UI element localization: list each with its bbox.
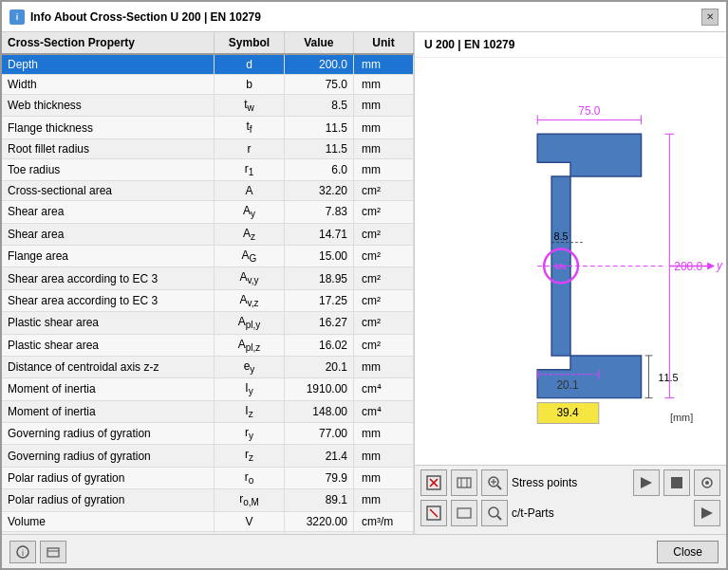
height-label: 200.0 [674,260,702,273]
cell-unit-1: mm [354,75,414,95]
cell-property-0: Depth [2,54,215,75]
svg-rect-25 [671,477,682,488]
cell-property-20: Polar radius of gyration [2,489,215,511]
stress-action1-btn[interactable] [633,469,660,496]
cell-symbol-5: r1 [215,158,284,180]
table-header-row: Cross-Section Property Symbol Value Unit [2,32,414,54]
cell-value-5: 6.0 [284,158,353,180]
window-title: Info About Cross-Section U 200 | EN 1027… [30,10,261,24]
cell-unit-3: mm [354,117,414,138]
cell-symbol-4: r [215,138,284,158]
table-row[interactable]: Moment of inertia Iy 1910.00 cm⁴ [2,378,414,400]
cell-property-6: Cross-sectional area [2,181,215,201]
diagram-toolbar: Stress points [415,465,726,534]
table-row[interactable]: Root fillet radius r 11.5 mm [2,138,414,158]
ct-select-btn[interactable] [420,500,447,526]
cell-property-3: Flange thickness [2,117,215,138]
table-row[interactable]: Web thickness tw 8.5 mm [2,95,414,117]
cell-property-16: Moment of inertia [2,400,215,422]
cell-symbol-13: Apl,z [215,334,284,356]
table-row[interactable]: Plastic shear area Apl,z 16.02 cm² [2,334,414,356]
cell-value-6: 32.20 [284,181,353,201]
flange-thickness-label: 11.5 [658,372,678,383]
y-axis-arrow [707,262,715,269]
cell-symbol-7: Ay [215,201,284,223]
cell-symbol-15: Iy [215,378,284,400]
cell-unit-0: mm [354,54,414,75]
table-row[interactable]: Polar radius of gyration ro 79.9 mm [2,467,414,488]
table-row[interactable]: Toe radius r1 6.0 mm [2,158,414,180]
cell-value-12: 16.27 [284,312,353,334]
ct-view-btn[interactable] [451,500,477,526]
cell-value-16: 148.00 [284,400,353,422]
footer-left: i [9,541,66,563]
table-row[interactable]: Shear area according to EC 3 Av,y 18.95 … [2,267,414,289]
diagram-title: U 200 | EN 10279 [415,32,726,58]
stress-action2-btn[interactable] [663,469,690,496]
table-row[interactable]: Distance of centroidal axis z-z ey 20.1 … [2,356,414,377]
toolbar-row-2: c/t-Parts [420,500,720,526]
stress-zoom-btn[interactable] [481,469,508,496]
window-close-button[interactable]: ✕ [701,9,719,26]
table-row[interactable]: Moment of inertia Iz 148.00 cm⁴ [2,400,414,422]
cell-value-17: 77.00 [284,423,353,445]
cell-value-3: 11.5 [284,117,353,138]
cell-unit-19: mm [354,467,414,488]
cell-symbol-10: Av,y [215,267,284,289]
cell-value-18: 21.4 [284,445,353,467]
stress-view-btn[interactable] [451,469,477,496]
cell-value-1: 75.0 [284,75,353,95]
cell-property-7: Shear area [2,201,215,223]
footer-btn-1[interactable]: i [9,541,36,563]
cell-unit-10: cm² [354,267,414,289]
cell-property-18: Governing radius of gyration [2,445,215,467]
ct-zoom-btn[interactable] [481,500,508,526]
table-row[interactable]: Volume V 3220.00 cm³/m [2,511,414,531]
cell-symbol-20: ro,M [215,489,284,511]
close-button[interactable]: Close [657,541,719,563]
cell-value-10: 18.95 [284,267,353,289]
cell-property-19: Polar radius of gyration [2,467,215,488]
cell-unit-16: cm⁴ [354,400,414,422]
svg-point-27 [705,481,709,485]
table-row[interactable]: Plastic shear area Apl,y 16.27 cm² [2,312,414,334]
ct-action1-btn[interactable] [694,500,720,526]
footer-btn-2[interactable] [40,541,66,563]
cell-unit-18: mm [354,445,414,467]
svg-marker-24 [641,477,652,488]
stress-select-btn[interactable] [420,469,447,496]
diagram-area: 75.0 200.0 y 8.5 [415,58,726,465]
main-content: Cross-Section Property Symbol Value Unit… [2,32,726,534]
cell-unit-15: cm⁴ [354,378,414,400]
cell-unit-9: cm² [354,245,414,267]
svg-point-31 [489,507,498,517]
stress-action3-btn[interactable] [694,469,720,496]
table-row[interactable]: Governing radius of gyration rz 21.4 mm [2,445,414,467]
table-row[interactable]: Shear area according to EC 3 Av,z 17.25 … [2,289,414,311]
cell-property-1: Width [2,75,215,95]
table-row[interactable]: Flange area AG 15.00 cm² [2,245,414,267]
title-bar-left: i Info About Cross-Section U 200 | EN 10… [9,9,261,25]
cell-value-7: 7.83 [284,201,353,223]
cell-property-15: Moment of inertia [2,378,215,400]
unit-label: [mm] [670,412,693,423]
y-axis-label: y [716,259,723,272]
table-row[interactable]: Shear area Ay 7.83 cm² [2,201,414,223]
cell-unit-21: cm³/m [354,511,414,531]
table-row[interactable]: Depth d 200.0 mm [2,54,414,75]
table-container[interactable]: Cross-Section Property Symbol Value Unit… [2,32,414,534]
table-row[interactable]: Shear area Az 14.71 cm² [2,223,414,245]
cell-unit-5: mm [354,158,414,180]
width-label: 75.0 [578,104,601,118]
cell-symbol-17: ry [215,423,284,445]
cell-symbol-6: A [215,181,284,201]
cell-symbol-9: AG [215,245,284,267]
table-row[interactable]: Governing radius of gyration ry 77.00 mm [2,423,414,445]
cell-symbol-16: Iz [215,400,284,422]
table-row[interactable]: Polar radius of gyration ro,M 89.1 mm [2,489,414,511]
table-row[interactable]: Cross-sectional area A 32.20 cm² [2,181,414,201]
col-header-unit: Unit [354,32,414,54]
svg-rect-30 [457,508,471,518]
table-row[interactable]: Width b 75.0 mm [2,75,414,95]
table-row[interactable]: Flange thickness tf 11.5 mm [2,117,414,138]
